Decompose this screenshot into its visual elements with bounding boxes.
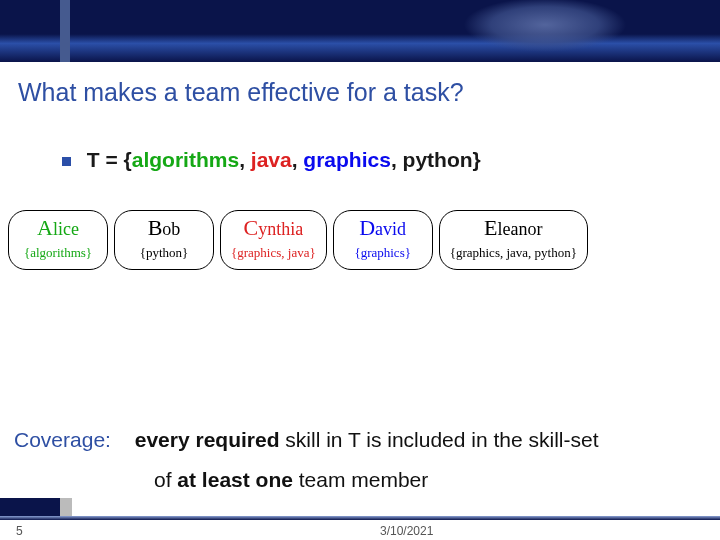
task-item-2: graphics (303, 148, 391, 171)
footer-date: 3/10/2021 (380, 524, 433, 538)
people-row: Alice {algorithms} Bob {python} Cynthia … (8, 210, 720, 270)
person-name: Eleanor (484, 217, 542, 239)
task-suffix: } (473, 148, 481, 171)
task-item-3: python (403, 148, 473, 171)
person-card: Alice {algorithms} (8, 210, 108, 270)
coverage-text: Coverage: every required skill in T is i… (14, 420, 710, 500)
person-skills: {graphics, java, python} (450, 245, 577, 261)
page-number: 5 (16, 524, 23, 538)
footer-bar (0, 516, 720, 520)
coverage-text-2c: team member (293, 468, 428, 491)
title-bar (0, 0, 720, 62)
person-skills: {algorithms} (24, 245, 92, 261)
person-skills: {graphics, java} (231, 245, 316, 261)
footer-accent (0, 498, 60, 516)
person-card: Eleanor {graphics, java, python} (439, 210, 588, 270)
person-name: Bob (148, 217, 181, 239)
person-card: Bob {python} (114, 210, 214, 270)
coverage-text-1: skill in T is included in the skill-set (279, 428, 598, 451)
person-skills: {python} (140, 245, 189, 261)
bullet-icon (62, 157, 71, 166)
task-prefix: T = { (87, 148, 132, 171)
slide-title: What makes a team effective for a task? (18, 78, 464, 107)
person-name: Alice (37, 217, 79, 239)
decorative-blur (460, 0, 630, 62)
coverage-text-2a: of (154, 468, 177, 491)
person-name: Cynthia (243, 217, 303, 239)
coverage-bold-2: at least one (177, 468, 293, 491)
person-name: David (359, 217, 406, 239)
person-skills: {graphics} (354, 245, 411, 261)
coverage-bold-1: every required (135, 428, 280, 451)
task-item-1: java (251, 148, 292, 171)
coverage-label: Coverage: (14, 428, 111, 451)
person-card: David {graphics} (333, 210, 433, 270)
task-item-0: algorithms (132, 148, 239, 171)
person-card: Cynthia {graphics, java} (220, 210, 327, 270)
task-set-line: T = {algorithms, java, graphics, python} (62, 148, 481, 172)
footer-tab (60, 498, 72, 516)
